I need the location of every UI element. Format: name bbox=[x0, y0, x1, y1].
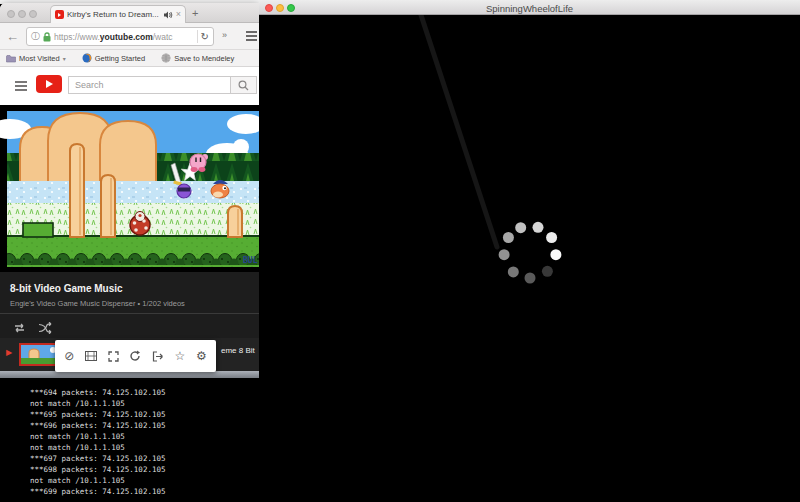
bookmark-save-to-mendeley[interactable]: Save to Mendeley bbox=[161, 53, 234, 63]
firefox-icon bbox=[82, 53, 92, 63]
firefox-menu-icon[interactable] bbox=[246, 31, 257, 43]
spinner-dot bbox=[508, 266, 519, 277]
desktop: ***694 packets: 74.125.102.105not match … bbox=[0, 0, 800, 502]
spinner-dot bbox=[525, 273, 536, 284]
kirby-sprite bbox=[190, 154, 208, 172]
terminal-line: not match /10.1.1.105 bbox=[30, 475, 259, 486]
folder-icon bbox=[6, 54, 16, 63]
youtube-favicon-icon bbox=[55, 10, 64, 19]
spinning-wheel-window: SpinningWheelofLife bbox=[259, 0, 800, 502]
search-icon bbox=[238, 80, 249, 91]
chevron-down-icon: ▾ bbox=[63, 55, 66, 62]
url-text[interactable]: https://www.youtube.com/watc bbox=[54, 32, 194, 42]
spinner-dot bbox=[515, 222, 526, 233]
spinner-dot bbox=[546, 232, 557, 243]
fullscreen-icon[interactable] bbox=[108, 351, 119, 362]
playlist-item-title: eme 8 Bit bbox=[221, 346, 255, 355]
video-player[interactable]: BUL bbox=[0, 105, 259, 272]
https-lock-icon[interactable] bbox=[43, 32, 51, 42]
terminal-line: ***694 packets: 74.125.102.105 bbox=[30, 387, 259, 398]
page-info-icon[interactable]: ⓘ bbox=[31, 30, 40, 43]
bookmark-label: Getting Started bbox=[95, 54, 145, 63]
window-bottom-edge bbox=[0, 371, 259, 378]
youtube-header bbox=[0, 67, 259, 105]
now-playing-icon: ▶ bbox=[6, 348, 12, 357]
playlist-subtitle: Engie's Video Game Music Dispenser • 1/2… bbox=[10, 299, 185, 308]
reload-icon[interactable]: ↻ bbox=[201, 31, 209, 42]
firefox-tab-bar: Kirby's Return to Dream... × + bbox=[0, 3, 259, 23]
firefox-nav-bar: ← ⓘ https://www.youtube.com/watc ↻ » bbox=[0, 23, 259, 50]
video-overlay-toolbar: ⊘ ☆ ⚙ bbox=[55, 340, 216, 372]
playlist-title: 8-bit Video Game Music bbox=[10, 283, 123, 294]
url-bar[interactable]: ⓘ https://www.youtube.com/watc ↻ bbox=[26, 27, 214, 46]
video-info-panel: 8-bit Video Game Music Engie's Video Gam… bbox=[0, 272, 259, 371]
tab-title: Kirby's Return to Dream... bbox=[67, 10, 161, 19]
bookmark-label: Most Visited bbox=[19, 54, 60, 63]
settings-gears-icon[interactable]: ⚙ bbox=[196, 350, 207, 362]
terminal-line: ***698 packets: 74.125.102.105 bbox=[30, 464, 259, 475]
tab-audio-speaker-icon[interactable] bbox=[164, 11, 173, 19]
spinner-dot bbox=[503, 232, 514, 243]
close-window-button[interactable] bbox=[7, 10, 15, 18]
terminal-line: not match /10.1.1.105 bbox=[30, 398, 259, 409]
bookmarks-bar: Most Visited ▾ Getting Started Save to M… bbox=[0, 50, 259, 67]
youtube-logo[interactable] bbox=[36, 75, 62, 93]
bookmark-getting-started[interactable]: Getting Started bbox=[82, 53, 145, 63]
terminal-line: ***697 packets: 74.125.102.105 bbox=[30, 453, 259, 464]
film-icon[interactable] bbox=[85, 351, 97, 361]
bookmark-most-visited[interactable]: Most Visited ▾ bbox=[6, 54, 66, 63]
youtube-menu-icon[interactable] bbox=[15, 81, 27, 93]
bookmark-label: Save to Mendeley bbox=[174, 54, 234, 63]
tab-close-icon[interactable]: × bbox=[176, 10, 181, 19]
globe-icon bbox=[161, 53, 171, 63]
terminal-line: not match /10.1.1.105 bbox=[30, 431, 259, 442]
loop-icon[interactable] bbox=[12, 320, 27, 338]
export-icon[interactable] bbox=[152, 351, 164, 362]
divider bbox=[0, 313, 259, 314]
terminal-line: ***696 packets: 74.125.102.105 bbox=[30, 420, 259, 431]
terminal-window[interactable]: ***694 packets: 74.125.102.105not match … bbox=[0, 378, 259, 502]
spinner-dot bbox=[499, 249, 510, 260]
terminal-output: ***694 packets: 74.125.102.105not match … bbox=[0, 378, 259, 497]
refresh-icon[interactable] bbox=[129, 350, 141, 362]
url-divider bbox=[197, 30, 198, 43]
zoom-window-button[interactable] bbox=[29, 10, 37, 18]
terminal-line: not match /10.1.1.105 bbox=[30, 442, 259, 453]
terminal-line: ***699 packets: 74.125.102.105 bbox=[30, 486, 259, 497]
game-scene: BUL bbox=[0, 105, 259, 272]
url-path: /watc bbox=[153, 32, 173, 42]
back-button-icon[interactable]: ← bbox=[6, 29, 19, 44]
block-icon[interactable]: ⊘ bbox=[64, 350, 74, 362]
url-domain: youtube.com bbox=[100, 32, 153, 42]
spinner-dot bbox=[542, 266, 553, 277]
new-tab-button[interactable]: + bbox=[192, 7, 198, 19]
terminal-line: ***695 packets: 74.125.102.105 bbox=[30, 409, 259, 420]
spinning-window-canvas bbox=[259, 15, 800, 502]
browser-tab[interactable]: Kirby's Return to Dream... × bbox=[50, 5, 186, 23]
game-hud-text: BUL bbox=[243, 256, 258, 265]
url-prefix: https://www. bbox=[54, 32, 100, 42]
overflow-chevron-icon[interactable]: » bbox=[222, 30, 227, 40]
shuffle-icon[interactable] bbox=[38, 320, 53, 338]
spinner-dot bbox=[550, 249, 561, 260]
window-title: SpinningWheelofLife bbox=[259, 3, 800, 14]
minimize-window-button[interactable] bbox=[18, 10, 26, 18]
spinner-dot bbox=[533, 222, 544, 233]
spinning-window-titlebar[interactable]: SpinningWheelofLife bbox=[259, 0, 800, 15]
firefox-window: Kirby's Return to Dream... × + ← ⓘ https… bbox=[0, 3, 259, 378]
star-icon[interactable]: ☆ bbox=[175, 350, 186, 362]
search-input[interactable] bbox=[68, 76, 230, 94]
search-button[interactable] bbox=[230, 76, 257, 94]
